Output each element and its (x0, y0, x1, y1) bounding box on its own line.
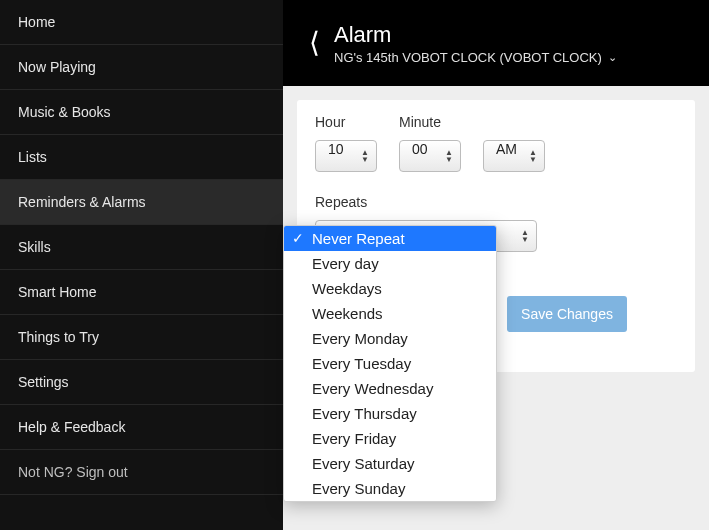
sidebar-item-things-to-try[interactable]: Things to Try (0, 315, 283, 360)
dropdown-option-every-thursday[interactable]: Every Thursday (284, 401, 496, 426)
dropdown-option-every-friday[interactable]: Every Friday (284, 426, 496, 451)
dropdown-option-every-saturday[interactable]: Every Saturday (284, 451, 496, 476)
sidebar: Home Now Playing Music & Books Lists Rem… (0, 0, 283, 530)
hour-select[interactable]: 10 (315, 140, 377, 172)
repeats-dropdown[interactable]: Never Repeat Every day Weekdays Weekends… (283, 225, 497, 502)
device-name: NG's 145th VOBOT CLOCK (VOBOT CLOCK) (334, 50, 602, 65)
sidebar-item-help-feedback[interactable]: Help & Feedback (0, 405, 283, 450)
sidebar-item-now-playing[interactable]: Now Playing (0, 45, 283, 90)
device-selector[interactable]: NG's 145th VOBOT CLOCK (VOBOT CLOCK) ⌄ (334, 50, 617, 65)
dropdown-option-every-tuesday[interactable]: Every Tuesday (284, 351, 496, 376)
header: ⟨ Alarm NG's 145th VOBOT CLOCK (VOBOT CL… (283, 0, 709, 86)
sidebar-item-lists[interactable]: Lists (0, 135, 283, 180)
minute-label: Minute (399, 114, 461, 130)
back-icon[interactable]: ⟨ (295, 29, 334, 57)
dropdown-option-weekends[interactable]: Weekends (284, 301, 496, 326)
sidebar-item-music-books[interactable]: Music & Books (0, 90, 283, 135)
dropdown-option-every-monday[interactable]: Every Monday (284, 326, 496, 351)
sidebar-item-skills[interactable]: Skills (0, 225, 283, 270)
main: ⟨ Alarm NG's 145th VOBOT CLOCK (VOBOT CL… (283, 0, 709, 530)
dropdown-option-every-wednesday[interactable]: Every Wednesday (284, 376, 496, 401)
save-button[interactable]: Save Changes (507, 296, 627, 332)
dropdown-option-never-repeat[interactable]: Never Repeat (284, 226, 496, 251)
dropdown-option-weekdays[interactable]: Weekdays (284, 276, 496, 301)
hour-label: Hour (315, 114, 377, 130)
sidebar-item-home[interactable]: Home (0, 0, 283, 45)
repeats-label: Repeats (315, 194, 677, 210)
ampm-label (483, 114, 545, 130)
ampm-select[interactable]: AM (483, 140, 545, 172)
dropdown-option-every-sunday[interactable]: Every Sunday (284, 476, 496, 501)
sidebar-item-smart-home[interactable]: Smart Home (0, 270, 283, 315)
sidebar-item-sign-out[interactable]: Not NG? Sign out (0, 450, 283, 495)
minute-select[interactable]: 00 (399, 140, 461, 172)
sidebar-item-reminders-alarms[interactable]: Reminders & Alarms (0, 180, 283, 225)
sidebar-item-settings[interactable]: Settings (0, 360, 283, 405)
dropdown-option-every-day[interactable]: Every day (284, 251, 496, 276)
chevron-down-icon: ⌄ (608, 51, 617, 64)
page-title: Alarm (334, 22, 617, 48)
